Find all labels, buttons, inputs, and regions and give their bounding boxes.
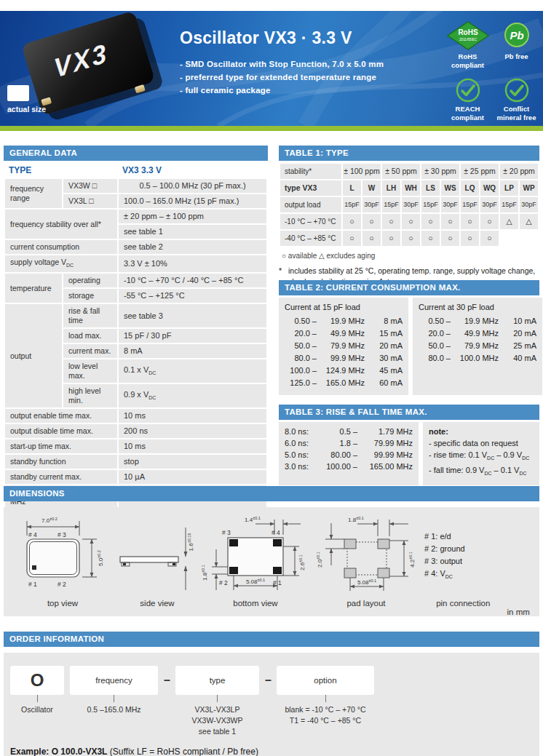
- t1-stability-group: ± 50 ppm: [382, 164, 420, 179]
- row-label: standby function: [5, 455, 117, 469]
- general-type-header: TYPE: [5, 164, 117, 178]
- units-label: in mm: [507, 608, 530, 616]
- t1-type: WQ: [480, 180, 499, 196]
- svg-text:RoHS: RoHS: [458, 28, 478, 36]
- header-banner: VX3 actual size Oscillator VX3 · 3.3 V -…: [0, 11, 543, 126]
- order-example-suffix: (Suffix LF = RoHS compliant / Pb free): [110, 747, 258, 756]
- svg-text:1.8±0.1: 1.8±0.1: [201, 565, 208, 581]
- t1-type: WS: [441, 180, 459, 196]
- row-value: 200 ns: [119, 424, 266, 438]
- conflict-caption: Conflict mineral free: [493, 105, 540, 126]
- order-example: Example: O 100.0-VX3L (Suffix LF = RoHS …: [10, 747, 539, 756]
- table1-section: TABLE 1: TYPE stability* ± 100 ppm ± 50 …: [279, 146, 539, 287]
- t1-stability-label: stability*: [280, 164, 341, 179]
- dimensions-panel: 7.0±0.2 # 4 # 3 # 1 # 2 5.0±0.2 top view: [4, 507, 539, 616]
- row-value: 10 ms: [119, 439, 266, 453]
- package-pad: [135, 84, 146, 93]
- general-data-section-bar: GENERAL DATA: [4, 146, 268, 161]
- row-value: 100.0 – 165.0 MHz (15 pF max.): [119, 194, 266, 208]
- table3-row: 6.0 ns:1.8 –79.99 MHz: [285, 437, 413, 449]
- row-value: 0.9 x VDC: [119, 384, 266, 407]
- pin-connection-label: pin connection: [436, 599, 490, 608]
- general-data-table: TYPE VX3 3.3 V frequency range VX3W □ 0.…: [4, 162, 268, 528]
- row-label: start-up time max.: [5, 439, 117, 453]
- svg-text:# 3: # 3: [58, 531, 66, 538]
- svg-text:5.0±0.2: 5.0±0.2: [97, 550, 104, 566]
- pin-connection-figure: # 1: e/d # 2: ground # 3: output # 4: VD…: [421, 514, 504, 616]
- availability-mark: ○: [382, 231, 400, 246]
- availability-mark: ○: [480, 231, 499, 246]
- availability-mark: ○: [421, 231, 440, 246]
- reach-check-icon: [454, 76, 482, 104]
- row-label: frequency stability over all*: [5, 210, 117, 239]
- pad-layout-drawing: 1.8±0.1 2.0±0.1 4.2±0.1 5.08±0.1: [311, 514, 421, 593]
- availability-mark: ○: [421, 214, 440, 229]
- order-frequency-caption: 0.5 –165.0 MHz: [70, 695, 158, 715]
- t1-load: 30pF: [520, 197, 538, 212]
- dimensions-section-bar: DIMENSIONS: [4, 486, 539, 501]
- side-view-label: side view: [140, 599, 174, 608]
- table1-section-bar: TABLE 1: TYPE: [279, 146, 539, 161]
- svg-text:Pb: Pb: [510, 29, 523, 41]
- side-view-drawing: 1.6±0.15: [114, 514, 200, 593]
- svg-text:# 4: # 4: [272, 529, 280, 536]
- general-data-section: GENERAL DATA TYPE VX3 3.3 V frequency ra…: [4, 146, 268, 528]
- pin-2-function: # 2: ground: [424, 543, 465, 555]
- t1-type-label: type VX3: [280, 180, 341, 196]
- availability-mark: △: [520, 214, 538, 229]
- row-label: supply voltage VDC: [5, 255, 117, 272]
- table2-row: 50.0 –79.9 MHz20 mA: [285, 340, 403, 352]
- bottom-view-figure: 1.4±0.1 # 3 # 4 # 2 # 1 1.8±0.1 5.08±0.1: [200, 514, 311, 616]
- table2-right-header: Current at 30 pF load: [419, 301, 536, 314]
- pin-3-function: # 3: output: [424, 555, 465, 568]
- rohs-logo-icon: RoHS 2011/65/EC: [446, 20, 490, 52]
- table2-30pf-panel: Current at 30 pF load 0.50 –19.9 MHz10 m…: [413, 298, 542, 395]
- pin-4-function: # 4: VDC: [424, 568, 465, 583]
- note-line: - fall time: 0.9 VDC – 0.1 VDC: [429, 464, 534, 480]
- rohs-caption: RoHS compliant: [444, 52, 491, 76]
- pad-layout-label: pad layout: [346, 599, 385, 608]
- compliance-badges: RoHS 2011/65/EC Pb RoHS compliant Pb fre…: [444, 20, 540, 126]
- row-value: -55 °C – +125 °C: [119, 289, 266, 303]
- svg-text:2011/65/EC: 2011/65/EC: [459, 38, 477, 41]
- table2-row: 0.50 –19.9 MHz8 mA: [285, 315, 403, 327]
- t1-load: 30pF: [480, 197, 499, 212]
- availability-mark: ○: [343, 214, 361, 229]
- package-marking: VX3: [52, 37, 110, 84]
- availability-mark: ○: [362, 214, 381, 229]
- availability-mark: ○: [362, 231, 381, 246]
- row-label: standby current max.: [5, 470, 117, 484]
- row-value: 15 pF / 30 pF: [119, 329, 266, 343]
- t1-stability-group: ± 100 ppm: [343, 164, 381, 179]
- units-note: in mm: [504, 514, 532, 616]
- side-view-figure: 1.6±0.15 side view: [114, 514, 200, 616]
- order-prefix-caption: Oscillator: [10, 695, 64, 715]
- availability-mark-blank: [500, 231, 518, 246]
- availability-mark: ○: [402, 214, 420, 229]
- svg-text:1.6±0.15: 1.6±0.15: [187, 533, 194, 552]
- row-sublabel: operating: [63, 274, 117, 287]
- order-code-boxes: O frequency – type – option: [10, 666, 539, 695]
- table2-row: 100.0 –124.9 MHz45 mA: [285, 365, 403, 377]
- svg-text:5.08±0.1: 5.08±0.1: [357, 578, 376, 586]
- table3-note-panel: note: - specific data on request - rise …: [423, 422, 539, 485]
- row-label: current consumption: [5, 240, 117, 254]
- datasheet-page: VX3 actual size Oscillator VX3 · 3.3 V -…: [0, 0, 543, 756]
- t1-load-label: output load: [280, 197, 341, 212]
- t1-type: LP: [500, 180, 518, 196]
- availability-mark: ○: [461, 214, 479, 229]
- availability-mark: ○: [402, 231, 420, 246]
- availability-mark: ○: [343, 231, 361, 246]
- pb-free-caption: Pb free: [504, 52, 528, 76]
- row-label: temperature: [5, 274, 62, 303]
- note-line: - specific data on request: [429, 437, 534, 449]
- t1-load: 15pF: [382, 197, 400, 212]
- order-type-caption: VX3L-VX3LPVX3W-VX3WPsee table 1: [175, 695, 259, 738]
- row-label: output disable time max.: [5, 424, 117, 438]
- row-value: 0.5 – 100.0 MHz (30 pF max.): [119, 179, 266, 193]
- t1-load: 15pF: [461, 197, 479, 212]
- t1-temp-range-label: -10 °C – +70 °C: [280, 214, 341, 229]
- svg-text:1.4±0.1: 1.4±0.1: [245, 516, 261, 523]
- bottom-view-drawing: 1.4±0.1 # 3 # 4 # 2 # 1 1.8±0.1 5.08±0.1: [200, 514, 311, 593]
- table2-row: 20.0 –49.9 MHz15 mA: [285, 327, 403, 340]
